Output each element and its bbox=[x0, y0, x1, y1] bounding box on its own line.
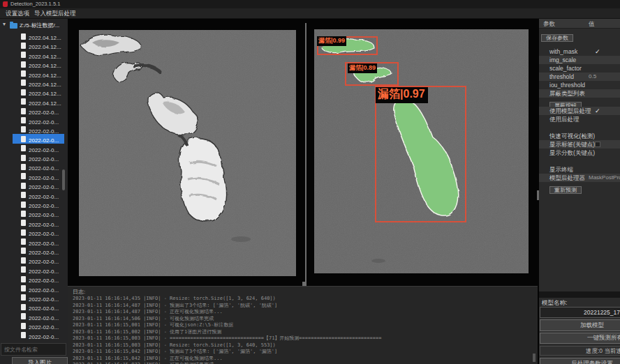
tree-file-item[interactable]: 2022-02-0... bbox=[13, 293, 64, 302]
param-row[interactable]: 使用后处理 ✓ bbox=[539, 115, 620, 123]
save-params-button[interactable]: 保存参数 bbox=[541, 34, 573, 42]
param-row[interactable]: 使用模型后处理 ✓ bbox=[539, 107, 620, 115]
tree-file-item[interactable]: 2022-02-0... bbox=[13, 237, 64, 246]
tree-file-item[interactable]: 2022-02-0... bbox=[13, 208, 64, 218]
tree-file-item[interactable]: 2022.04.12... bbox=[13, 78, 64, 87]
checkbox[interactable] bbox=[595, 142, 600, 147]
param-label: 屏蔽类型列表 bbox=[549, 89, 585, 98]
detection-label: 漏箔|0.99 bbox=[317, 36, 346, 46]
tree-file-label: 2022-02-0... bbox=[21, 137, 59, 143]
param-row[interactable]: threshold 0.5 ✓ bbox=[539, 73, 620, 81]
prediction-image-canvas[interactable]: 漏箔|0.99 漏箔|0.89 漏箔|0.97 bbox=[314, 29, 529, 273]
tree-file-item[interactable]: 2022.04.12... bbox=[13, 31, 64, 40]
tree-file-item[interactable]: 2022-02-0... bbox=[13, 162, 64, 171]
tree-file-item[interactable]: 2022-02-0... bbox=[13, 227, 64, 236]
file-icon bbox=[21, 211, 26, 217]
tree-file-item[interactable]: 2022-02-0... bbox=[13, 284, 64, 293]
tree-file-item[interactable]: 2022-02-0... bbox=[13, 302, 64, 311]
tree-file-label: 2022-02-0... bbox=[21, 175, 59, 181]
tree-file-item[interactable]: 2022-02-0... bbox=[13, 106, 64, 115]
chevron-down-icon[interactable]: ▾ bbox=[3, 21, 6, 27]
tree-file-item[interactable]: 2022-02-0... bbox=[13, 172, 64, 181]
tree-file-item[interactable]: 2022-02-0... bbox=[13, 218, 64, 227]
tree-file-label: 2022.04.12... bbox=[21, 44, 61, 50]
tree-file-item[interactable]: 2022-02-0... bbox=[13, 199, 64, 208]
param-row[interactable]: img_scale ✓ bbox=[539, 56, 620, 64]
tree-file-item[interactable]: 2022-02-0... bbox=[13, 190, 64, 199]
tree-file-item[interactable]: 2022.04.12... bbox=[13, 59, 64, 68]
file-icon bbox=[21, 323, 26, 329]
tree-file-label: 2022-02-0... bbox=[21, 212, 59, 218]
tree-scrollbar[interactable] bbox=[62, 169, 65, 190]
tree-file-label: 2022-02-0... bbox=[21, 296, 59, 302]
tree-file-item[interactable]: 2022.04.12... bbox=[13, 69, 64, 78]
tree-file-label: 2022-02-0... bbox=[21, 184, 59, 190]
tree-file-item[interactable]: 2022.04.12... bbox=[13, 87, 64, 96]
tree-file-label: 2022-02-0... bbox=[21, 119, 59, 125]
log-scrollbar[interactable] bbox=[533, 354, 536, 362]
tree-file-item[interactable]: 2022-02-0... bbox=[13, 246, 64, 255]
tree-file-item[interactable]: 2022-02-0... bbox=[13, 274, 64, 283]
tree-file-item[interactable]: 2022.04.12... bbox=[13, 50, 64, 59]
tree-file-label: 2022.04.12... bbox=[21, 91, 61, 96]
param-row[interactable]: with_mask ✓ bbox=[539, 47, 620, 56]
source-image-canvas[interactable] bbox=[79, 30, 296, 276]
tree-file-label: 2022-02-0... bbox=[21, 305, 59, 311]
tree-file-label: 2022-02-0... bbox=[21, 128, 59, 134]
tree-file-item[interactable]: 2022-02-0... bbox=[13, 312, 64, 321]
param-row[interactable]: 屏蔽类型列表 ✓ bbox=[539, 89, 620, 98]
load-model-button[interactable]: 加载模型 bbox=[540, 319, 620, 331]
param-row[interactable]: iou_threshold ✓ bbox=[539, 81, 620, 89]
tree-file-item[interactable]: 2022-02-0... bbox=[13, 265, 64, 274]
tree-file-item[interactable]: 2022-02-0... bbox=[13, 144, 64, 153]
tree-file-item[interactable]: 2022-02-0... bbox=[13, 331, 64, 340]
tree-file-item[interactable]: 2022.04.12... bbox=[13, 97, 64, 106]
window-title: Detection_2023.1.5.1 bbox=[10, 1, 60, 7]
param-label: 模型后处理器 bbox=[549, 174, 585, 182]
menu-item-import-postprocess[interactable]: 导入模型后处理 bbox=[34, 10, 76, 18]
image-splitter[interactable] bbox=[305, 23, 307, 286]
tree-file-item[interactable]: 2022-02-0... bbox=[13, 153, 64, 162]
detection-label: 漏箔|0.89 bbox=[348, 63, 377, 73]
param-label: threshold bbox=[549, 73, 574, 81]
predict-all-button[interactable]: 一键预测所有 bbox=[540, 333, 620, 344]
param-row[interactable]: 模型后处理器 MaskPostPro ✓ bbox=[539, 174, 620, 182]
tree-file-item[interactable]: 2022-02-0... bbox=[13, 321, 64, 330]
param-action-button[interactable]: 重新预测 bbox=[549, 186, 582, 194]
log-lines[interactable]: 2023-01-11 16:16:14,435 |INFO| - Resize:… bbox=[73, 296, 533, 364]
column-header-param: 参数 bbox=[543, 19, 555, 29]
tree-file-item[interactable]: 2022-02-0... bbox=[13, 255, 64, 264]
param-value: MaskPostPro bbox=[589, 174, 620, 182]
tree-file-label: 2022-02-0... bbox=[21, 287, 59, 293]
tree-file-label: 2022-02-0... bbox=[21, 278, 59, 283]
tree-file-item[interactable]: 2022-02-0... bbox=[13, 116, 64, 125]
menu-item-settings[interactable]: 设置选项 bbox=[6, 10, 29, 18]
tree-file-item[interactable]: 2022-02-0... bbox=[13, 134, 64, 143]
file-icon bbox=[21, 285, 26, 291]
file-icon bbox=[21, 43, 26, 49]
tree-file-label: 2022-02-0... bbox=[21, 324, 59, 330]
param-value: 0.5 bbox=[589, 73, 596, 81]
log-line: 2023-01-11 16:16:15,042 |INFO| - 正在可视化预测… bbox=[73, 356, 533, 363]
search-input[interactable] bbox=[1, 343, 66, 356]
tree-root-node[interactable]: ▾ Z:/5-标注数据/... bbox=[0, 21, 68, 31]
file-icon bbox=[21, 89, 26, 96]
param-row[interactable]: 显示终端 ✓ bbox=[539, 165, 620, 174]
model-name-field[interactable]: 20221225_174813 bbox=[540, 307, 620, 318]
tree-file-item[interactable]: 2022-02-0... bbox=[13, 181, 64, 190]
param-row[interactable]: scale_factor ✓ bbox=[539, 64, 620, 73]
param-button-row: 屏蔽按钮 bbox=[539, 98, 620, 107]
tree-file-label: 2022.04.12... bbox=[21, 54, 61, 59]
param-label: img_scale bbox=[549, 56, 576, 64]
param-label: 显示终端 bbox=[549, 165, 573, 174]
param-row[interactable]: 快速可视化(检测) ✓ bbox=[539, 132, 620, 140]
param-row[interactable]: 显示分数(关键点) ✓ bbox=[539, 149, 620, 157]
postprocess-settings-button[interactable]: 后处理参数设置 bbox=[540, 358, 620, 364]
param-label: with_mask bbox=[549, 47, 577, 56]
tree-file-label: 2022-02-0... bbox=[21, 268, 59, 274]
import-images-button[interactable]: 导入图片 bbox=[12, 357, 68, 364]
param-row[interactable]: 显示标签(关键点) ✓ bbox=[539, 140, 620, 149]
tree-file-item[interactable]: 2022.04.12... bbox=[13, 40, 64, 50]
prediction-image bbox=[314, 29, 529, 273]
tree-file-item[interactable]: 2022-02-0... bbox=[13, 125, 64, 134]
